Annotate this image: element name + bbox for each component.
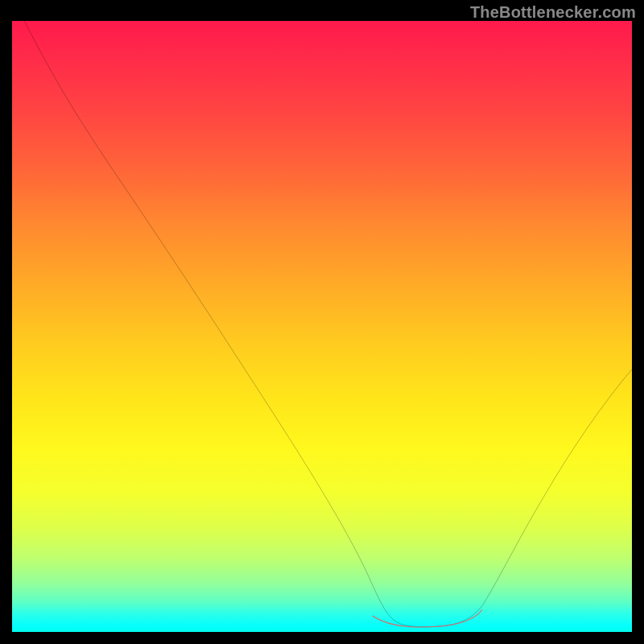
watermark-text: TheBottlenecker.com xyxy=(470,3,636,22)
chart-frame: TheBottlenecker.com xyxy=(0,0,644,644)
plot-area xyxy=(12,21,632,632)
